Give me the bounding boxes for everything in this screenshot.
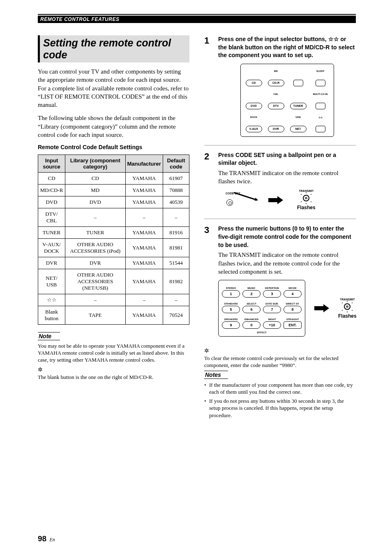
remote-label: SLEEP: [316, 70, 325, 73]
table-cell: 81982: [163, 269, 189, 294]
table-cell: YAMAHA: [125, 196, 163, 208]
keypad-label: MOVIE: [284, 287, 302, 289]
table-cell: CD: [38, 173, 65, 185]
table-cell: YAMAHA: [125, 227, 163, 239]
page-number: 98 En: [38, 534, 55, 543]
flashes-label: Flashes: [338, 313, 357, 319]
note-item: If you do not press any buttons within 3…: [204, 397, 356, 419]
table-row: NET/ USBOTHER AUDIO ACCESSORIES (NET/USB…: [38, 269, 189, 294]
step-2-diagram: CODE SET TRANSMIT: [226, 189, 356, 210]
step-3-desc: The TRANSMIT indicator on the remote con…: [218, 251, 357, 276]
remote-button-cd: CD: [246, 80, 262, 86]
keypad-label: SPEAKERS: [222, 318, 240, 321]
keypad-button-10: +10: [263, 321, 281, 329]
step-1-number: 1: [204, 35, 212, 137]
remote-button-dvd: DVD: [246, 103, 262, 109]
arrow-right-icon: [314, 305, 329, 311]
table-cell: YAMAHA: [125, 257, 163, 269]
notes-label: Notes: [204, 371, 228, 379]
keypad-label: DIRECT ST.: [284, 302, 302, 305]
table-cell: –: [163, 208, 189, 227]
step-3-instruction: Press the numeric buttons (0 to 9) to en…: [218, 225, 357, 249]
remote-button-blank: [293, 80, 303, 86]
remote-button-v-aux: V-AUX: [246, 126, 262, 132]
table-row: DVDDVDYAMAHA40539: [38, 196, 189, 208]
transmit-led-icon: [340, 301, 354, 312]
keypad-button-ent: ENT.: [284, 321, 302, 329]
remote-label: USB: [295, 116, 301, 119]
keypad-button-2: 2: [242, 290, 261, 298]
note-label: Note: [38, 332, 60, 340]
step-2: 2 Press CODE SET using a ballpoint pen o…: [204, 145, 356, 213]
flashes-label: Flashes: [297, 205, 316, 210]
th-manufacturer: Manufacturer: [125, 155, 163, 173]
code-set-icon: CODE SET: [226, 192, 254, 208]
table-cell: DVR: [65, 257, 125, 269]
table-cell: MD: [65, 185, 125, 196]
table-cell: V-AUX/ DOCK: [38, 239, 65, 257]
table-cell: –: [65, 208, 125, 227]
step-1-instruction: Press one of the input selector buttons,…: [218, 35, 356, 60]
remote-button-net: NET: [290, 126, 307, 132]
th-library: Library (component category): [65, 155, 125, 173]
keypad-label: STANDARD: [222, 302, 240, 305]
table-cell: TUNER: [65, 227, 125, 239]
remote-label: MD: [274, 70, 278, 73]
remote-label: MULTI CH IN: [313, 93, 328, 96]
table-row: CDCDYAMAHA61907: [38, 173, 189, 185]
page-number-value: 98: [38, 534, 46, 543]
table-cell: DTV/ CBL: [38, 208, 65, 227]
table-cell: DVD: [65, 196, 125, 208]
table-cell: DVD: [38, 196, 65, 208]
table-cell: 70524: [163, 306, 189, 325]
keypad-button-7: 7: [263, 306, 281, 313]
table-cell: CD: [65, 173, 125, 185]
right-column: 1 Press one of the input selector button…: [204, 35, 356, 421]
transmit-label: TRANSMIT: [338, 298, 357, 301]
remote-button-blank: [316, 103, 325, 109]
pen-icon: [234, 192, 258, 201]
table-row: DTV/ CBL–––: [38, 208, 189, 227]
table-cell: 70888: [163, 185, 189, 196]
transmit-led-icon: [299, 192, 313, 204]
keypad-label: ENTERTAIN: [263, 287, 281, 289]
numeric-keypad-diagram: STEREOMUSICENTERTAINMOVIE1234STANDARDSEL…: [218, 280, 305, 337]
keypad-label: EXTD SUR.: [263, 302, 281, 305]
tip-icon: ✲: [38, 366, 43, 373]
th-input: Input source: [38, 155, 65, 173]
transmit-label: TRANSMIT: [297, 189, 316, 192]
table-cell: ☆☆: [38, 294, 65, 306]
table-cell: TAPE: [65, 306, 125, 325]
table-cell: 51544: [163, 257, 189, 269]
remote-button-dtv: DTV: [268, 103, 284, 109]
keypad-button-3: 3: [263, 290, 281, 298]
remote-button-blank: [316, 80, 325, 86]
table-cell: 61907: [163, 173, 189, 185]
table-cell: YAMAHA: [125, 239, 163, 257]
keypad-button-5: 5: [222, 306, 240, 313]
table-cell: –: [65, 294, 125, 306]
remote-button-dvr: DVR: [268, 126, 284, 132]
table-row: DVRDVRYAMAHA51544: [38, 257, 189, 269]
codes-table: Input source Library (component category…: [38, 155, 189, 325]
page-lang: En: [49, 537, 55, 542]
table-caption: Remote Control Code Default Settings: [38, 144, 189, 150]
th-default-code: Default code: [163, 155, 189, 173]
tip-icon: ✲: [204, 347, 209, 354]
remote-label: ☆☆: [318, 116, 323, 119]
table-row: Blank buttonTAPEYAMAHA70524: [38, 306, 189, 325]
intro-paragraph-1: You can control your TV and other compon…: [38, 67, 189, 109]
table-cell: TUNER: [38, 227, 65, 239]
arrow-right-icon: [268, 197, 283, 203]
step-1: 1 Press one of the input selector button…: [204, 35, 356, 139]
table-cell: 81981: [163, 239, 189, 257]
table-cell: NET/ USB: [38, 269, 65, 294]
keypad-button-9: 9: [222, 321, 240, 329]
intro-paragraph-2: The following table shows the default co…: [38, 114, 189, 139]
keypad-button-4: 4: [284, 290, 302, 298]
keypad-button-6: 6: [242, 306, 261, 313]
table-cell: 40539: [163, 196, 189, 208]
table-row: ☆☆–––: [38, 294, 189, 306]
step-3: 3 Press the numeric buttons (0 to 9) to …: [204, 219, 356, 339]
step-3-number: 3: [204, 225, 212, 337]
